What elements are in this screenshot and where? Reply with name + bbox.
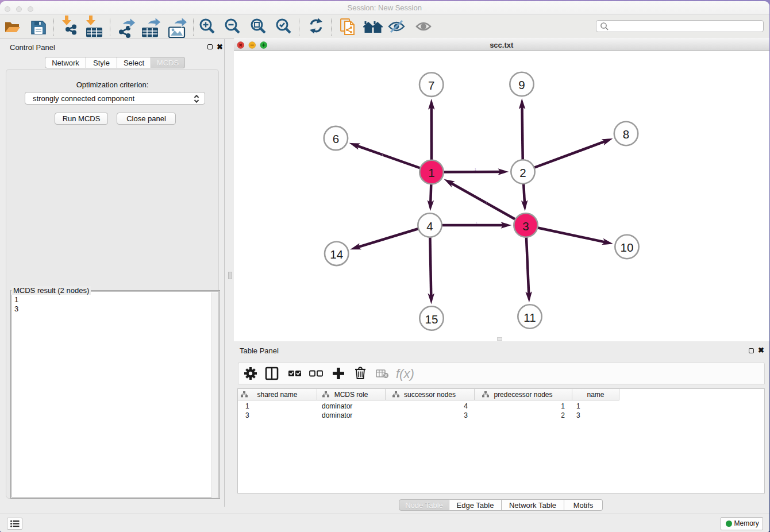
svg-text:1: 1 — [475, 168, 476, 171]
svg-text:10: 10 — [621, 241, 634, 254]
svg-text:1: 1 — [486, 201, 487, 204]
svg-text:f(x): f(x) — [396, 367, 414, 381]
svg-text:3: 3 — [522, 219, 529, 233]
svg-text:9: 9 — [518, 78, 525, 91]
svg-text:2: 2 — [519, 166, 526, 179]
svg-text:14: 14 — [330, 248, 343, 261]
svg-text:6: 6 — [333, 132, 339, 145]
svg-text:4: 4 — [426, 219, 433, 233]
svg-text:1: 1 — [428, 166, 434, 179]
svg-text:11: 11 — [523, 311, 536, 324]
svg-text:15: 15 — [425, 313, 438, 326]
svg-text:1: 1 — [382, 153, 383, 157]
svg-text:7: 7 — [428, 79, 434, 92]
svg-text:8: 8 — [623, 128, 629, 141]
svg-text:1: 1 — [476, 221, 478, 225]
